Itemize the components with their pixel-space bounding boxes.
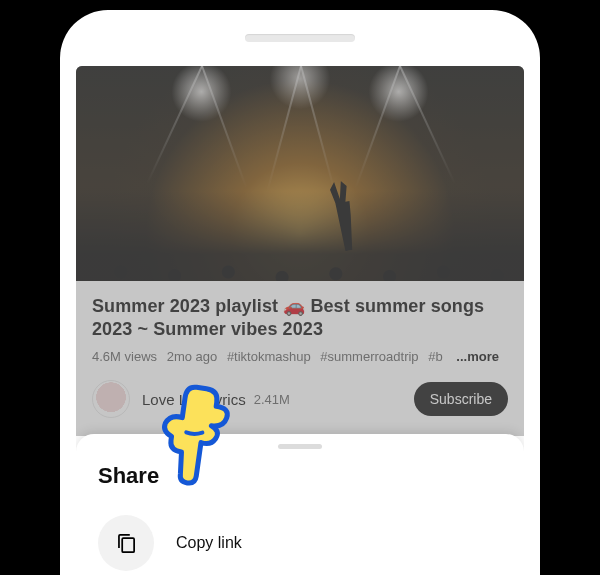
svg-rect-0 — [122, 538, 134, 552]
copy-link-label: Copy link — [176, 534, 242, 552]
share-sheet: Share Copy link — [76, 434, 524, 575]
phone-screen: Summer 2023 playlist 🚗 Best summer songs… — [76, 66, 524, 575]
copy-icon — [98, 515, 154, 571]
phone-frame: Summer 2023 playlist 🚗 Best summer songs… — [60, 10, 540, 575]
video-hashtag: #tiktokmashup — [227, 349, 311, 364]
video-meta-row[interactable]: 4.6M views 2mo ago #tiktokmashup #summer… — [92, 349, 508, 364]
video-hashtag: #summerroadtrip — [320, 349, 418, 364]
channel-avatar[interactable] — [92, 380, 130, 418]
channel-row[interactable]: Love Life Lyrics 2.41M Subscribe — [76, 370, 524, 434]
channel-name[interactable]: Love Life Lyrics — [142, 391, 246, 408]
sheet-grabber[interactable] — [278, 444, 322, 449]
share-sheet-title: Share — [98, 463, 524, 489]
video-views: 4.6M views — [92, 349, 157, 364]
video-age: 2mo ago — [167, 349, 218, 364]
copy-link-button[interactable]: Copy link — [76, 511, 524, 575]
video-hashtag-truncated: #b — [428, 349, 442, 364]
phone-speaker — [245, 34, 355, 42]
subscribe-button[interactable]: Subscribe — [414, 382, 508, 416]
video-title[interactable]: Summer 2023 playlist 🚗 Best summer songs… — [92, 295, 508, 341]
more-link[interactable]: ...more — [456, 349, 499, 364]
channel-subs: 2.41M — [254, 392, 290, 407]
video-thumbnail[interactable] — [76, 66, 524, 281]
